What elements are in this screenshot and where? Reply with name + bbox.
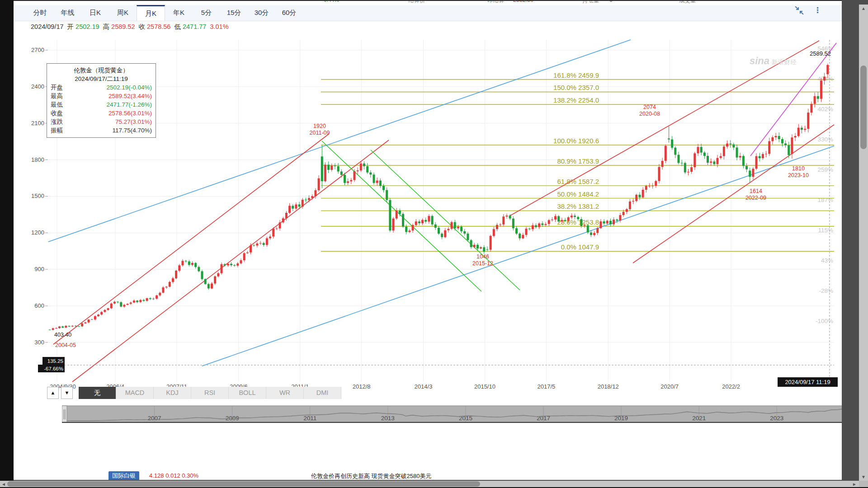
candle-body [156, 296, 158, 299]
candle-body [490, 236, 492, 250]
candle-body [571, 216, 573, 217]
candle-body [431, 216, 434, 225]
indicator-tab-无[interactable]: 无 [79, 387, 116, 399]
candle-body [590, 232, 592, 235]
green-downtrend-1[interactable] [322, 141, 481, 291]
vertical-scrollbar[interactable]: ▲ ▼ [859, 5, 868, 481]
candlestick-chart-canvas[interactable]: 2700240021001800150012009006003002004/9/… [14, 0, 842, 389]
scale-up-button[interactable]: ▲ [47, 387, 59, 399]
candle-body [749, 171, 751, 177]
candle-body [139, 300, 142, 302]
candle-body [470, 240, 472, 247]
candle-body [502, 216, 505, 225]
navigator-left-handle[interactable] [62, 406, 67, 423]
scroll-right-icon[interactable]: ► [852, 482, 857, 487]
candle-body [668, 138, 670, 139]
candle-body [172, 278, 174, 282]
candle-body [127, 304, 129, 305]
candle-body [778, 136, 780, 139]
candle-body [236, 263, 239, 266]
bottom-tag[interactable]: 国际白银 [108, 471, 139, 480]
candle-body [366, 166, 368, 173]
candle-body [535, 225, 537, 227]
tooltip-row: 收盘2578.56(3.01%) [51, 109, 152, 117]
red-channel-left-upper[interactable] [53, 134, 329, 344]
blue-channel-lower[interactable] [202, 146, 834, 366]
candle-body [415, 221, 417, 225]
candle-body [49, 329, 51, 330]
candle-body [463, 231, 466, 234]
horizontal-scroll-thumb[interactable] [7, 481, 480, 487]
candle-body [175, 271, 177, 278]
vertical-scroll-thumb[interactable] [860, 66, 867, 149]
candle-body [768, 141, 770, 154]
navigator-year-label: 2023 [770, 415, 783, 422]
candle-body [713, 161, 715, 164]
candle-body [181, 261, 184, 265]
candle-body [428, 216, 430, 221]
scroll-left-icon[interactable]: ◄ [1, 482, 6, 487]
candle-tooltip: 伦敦金（现货黄金） 2024/09/17/二11:19 开盘2502.19(-0… [47, 63, 156, 138]
candle-body [302, 200, 304, 206]
indicator-tab-BOLL[interactable]: BOLL [229, 387, 266, 399]
candle-body [275, 229, 278, 229]
candle-body [814, 96, 816, 104]
candle-body [350, 180, 352, 181]
candle-body [817, 96, 819, 99]
candle-body [693, 153, 696, 167]
scroll-up-icon[interactable]: ▲ [859, 6, 868, 11]
candle-body [279, 222, 281, 228]
candle-body [201, 271, 203, 279]
candle-body [451, 222, 453, 229]
candle-body [665, 146, 667, 161]
candle-body [52, 328, 54, 330]
window-left-frame [0, 0, 14, 481]
candle-body [635, 195, 637, 201]
price-annotation: 19202011-09 [310, 123, 330, 136]
indicator-tab-RSI[interactable]: RSI [191, 387, 229, 399]
candle-body [88, 319, 90, 322]
candle-body [159, 293, 161, 296]
candle-body [369, 173, 372, 175]
price-annotation: 20742020-08 [639, 104, 660, 117]
candle-body [421, 220, 424, 223]
range-navigator[interactable]: 200720092011201320152017201920212023 [62, 401, 842, 423]
red-channel-right-upper[interactable] [509, 41, 819, 216]
indicator-tab-WR[interactable]: WR [266, 387, 304, 399]
indicator-tab-MACD[interactable]: MACD [116, 387, 154, 399]
candle-body [250, 245, 252, 253]
candle-body [483, 247, 485, 252]
candle-body [227, 264, 229, 266]
candle-body [515, 228, 518, 234]
candle-body [447, 229, 449, 230]
horizontal-scrollbar[interactable]: ◄ ► [0, 481, 859, 487]
scale-down-button[interactable]: ▼ [61, 387, 73, 399]
candle-body [519, 234, 521, 239]
indicator-tab-KDJ[interactable]: KDJ [154, 387, 191, 399]
candle-body [311, 196, 313, 198]
candle-body [820, 80, 822, 99]
candle-body [107, 308, 109, 310]
bottom-headline[interactable]: 伦敦金价再创历史新高 现货黄金突破2580美元 [311, 472, 432, 480]
candle-body [603, 221, 605, 224]
candle-body [775, 136, 777, 137]
candle-body [781, 139, 783, 143]
candle-body [178, 265, 180, 271]
candle-body [762, 154, 764, 158]
scroll-down-icon[interactable]: ▼ [859, 474, 868, 479]
candle-body [211, 283, 213, 288]
fib-label: 138.2% 2254.0 [553, 96, 599, 104]
candle-body [308, 198, 310, 200]
candle-body [486, 249, 488, 250]
pct-axis-label: -100% [816, 318, 833, 324]
candle-body [505, 216, 508, 216]
candle-body [580, 219, 582, 226]
candle-body [133, 300, 135, 302]
navigator-year-label: 2013 [381, 415, 395, 422]
candle-body [804, 129, 806, 130]
candle-body [658, 167, 660, 181]
navigator-band[interactable] [62, 406, 842, 423]
candle-body [165, 287, 168, 288]
indicator-tab-DMI[interactable]: DMI [304, 387, 341, 399]
candle-body [677, 155, 679, 163]
